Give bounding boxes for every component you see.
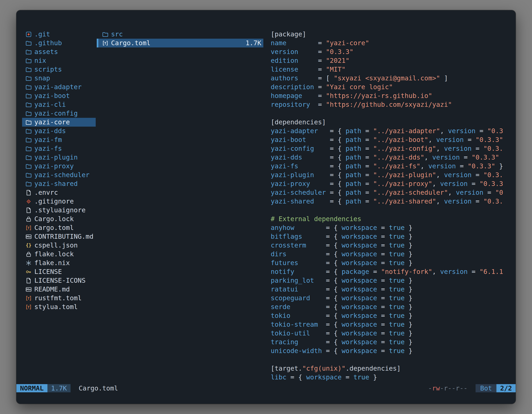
folder-icon: [25, 58, 32, 64]
code-segment: dirs: [271, 250, 326, 258]
code-segment: =: [377, 303, 389, 311]
code-segment: ,: [424, 154, 432, 161]
code-segment: }: [405, 232, 413, 240]
file-row[interactable]: yazi-config: [22, 109, 96, 118]
file-row[interactable]: CONTRIBUTING.md: [22, 232, 96, 241]
file-row[interactable]: rustfmt.toml: [22, 294, 96, 303]
file-row[interactable]: .gitignore: [22, 197, 96, 206]
file-row[interactable]: yazi-fm: [22, 135, 96, 144]
file-size-badge: 1.7K: [48, 384, 71, 392]
file-name: yazi-plugin: [34, 153, 78, 162]
file-row[interactable]: yazi-cli: [22, 100, 96, 109]
code-segment: libc: [271, 373, 286, 381]
file-row[interactable]: .envrc: [22, 188, 96, 197]
file-row[interactable]: assets: [22, 48, 96, 56]
file-row[interactable]: stylua.toml: [22, 303, 96, 311]
file-row[interactable]: yazi-adapter: [22, 83, 96, 91]
file-row[interactable]: yazi-fs: [22, 144, 96, 153]
file-row[interactable]: Cargo.toml 1.7K: [97, 39, 263, 48]
code-segment: = {: [330, 136, 346, 144]
file-row[interactable]: flake.lock: [22, 250, 96, 259]
file-row[interactable]: .git: [22, 30, 96, 39]
code-segment: =: [377, 277, 389, 284]
code-segment: authors: [271, 74, 318, 82]
folder-icon: [25, 93, 32, 99]
file-row[interactable]: cspell.json: [22, 241, 96, 250]
preview-line: homepage = "https://yazi-rs.github.io": [271, 91, 514, 100]
file-name: yazi-adapter: [34, 83, 82, 91]
code-segment: =: [318, 39, 326, 47]
code-segment: version: [436, 136, 464, 144]
code-segment: = {: [326, 277, 342, 284]
file-row[interactable]: Cargo.toml: [22, 223, 96, 232]
file-row[interactable]: yazi-scheduler: [22, 171, 96, 179]
preview-line: name = "yazi-core": [271, 39, 514, 48]
file-row[interactable]: snap: [22, 74, 96, 83]
code-segment: = {: [326, 250, 342, 258]
file-row[interactable]: Cargo.lock: [22, 215, 96, 223]
folder-icon: [25, 84, 32, 90]
preview-line: ratatui = { workspace = true }: [271, 285, 514, 294]
preview-line: yazi-plugin = { path = "../yazi-plugin",…: [271, 171, 514, 179]
code-segment: =: [318, 66, 326, 73]
file-row[interactable]: src: [97, 30, 263, 39]
preview-line: scopeguard = { workspace = true }: [271, 294, 514, 303]
folder-icon: [25, 163, 32, 170]
preview-line: tokio-util = { workspace = true }: [271, 329, 514, 338]
file-preview-pane[interactable]: [package]name = "yazi-core"version = "0.…: [271, 30, 514, 384]
file-row[interactable]: .styluaignore: [22, 206, 96, 215]
code-segment: path: [346, 189, 361, 196]
preview-line: [package]: [271, 30, 514, 39]
preview-line: yazi-config = { path = "../yazi-config",…: [271, 144, 514, 153]
code-segment: workspace: [342, 320, 377, 328]
code-segment: version: [440, 268, 468, 276]
file-row[interactable]: yazi-boot: [22, 91, 96, 100]
file-row[interactable]: yazi-dds: [22, 127, 96, 135]
code-segment: "notify-fork": [381, 268, 432, 276]
folder-icon: [25, 75, 32, 82]
file-row[interactable]: LICENSE-ICONS: [22, 276, 96, 285]
code-segment: =: [377, 347, 389, 355]
code-segment: ,: [436, 144, 444, 152]
code-segment: ,: [432, 180, 440, 188]
folder-icon: [102, 31, 109, 38]
code-segment: =: [377, 338, 389, 346]
preview-line: # External dependencies: [271, 215, 514, 223]
code-segment: = {: [286, 373, 306, 381]
code-segment: "0.3.: [483, 197, 503, 205]
code-segment: workspace: [342, 250, 377, 258]
file-name: README.md: [34, 285, 70, 294]
code-segment: = {: [326, 268, 342, 276]
preview-line: crossterm = { workspace = true }: [271, 241, 514, 250]
file-row[interactable]: README.md: [22, 285, 96, 294]
file-row[interactable]: flake.nix: [22, 259, 96, 267]
file-row[interactable]: yazi-shared: [22, 179, 96, 188]
file-row[interactable]: LICENSE: [22, 267, 96, 276]
code-segment: version: [448, 127, 475, 135]
code-segment: =: [318, 57, 326, 64]
file-permissions: -rw-r--r--: [428, 384, 468, 393]
file-row[interactable]: yazi-plugin: [22, 153, 96, 162]
code-segment: ,: [436, 171, 444, 179]
file-row[interactable]: yazi-core: [22, 118, 96, 127]
file-row[interactable]: yazi-proxy: [22, 162, 96, 171]
code-segment: notify: [271, 268, 326, 276]
code-segment: =: [361, 136, 373, 144]
file-row[interactable]: nix: [22, 56, 96, 65]
file-name: .github: [34, 39, 62, 48]
code-segment: -r--r--: [440, 384, 468, 392]
file-name: cspell.json: [34, 241, 78, 250]
code-segment: = {: [326, 329, 342, 337]
code-segment: yazi-config: [271, 144, 330, 152]
code-segment: =: [456, 162, 468, 170]
status-filename: Cargo.toml: [79, 384, 118, 393]
preview-line: tracing = { workspace = true }: [271, 338, 514, 347]
file-row[interactable]: .github: [22, 39, 96, 48]
code-segment: package: [342, 268, 369, 276]
code-segment: =: [361, 189, 373, 196]
code-segment: =: [361, 162, 373, 170]
code-segment: true: [389, 320, 405, 328]
preview-line: parking_lot = { workspace = true }: [271, 276, 514, 285]
file-row[interactable]: scripts: [22, 65, 96, 74]
code-segment: = {: [326, 347, 342, 355]
